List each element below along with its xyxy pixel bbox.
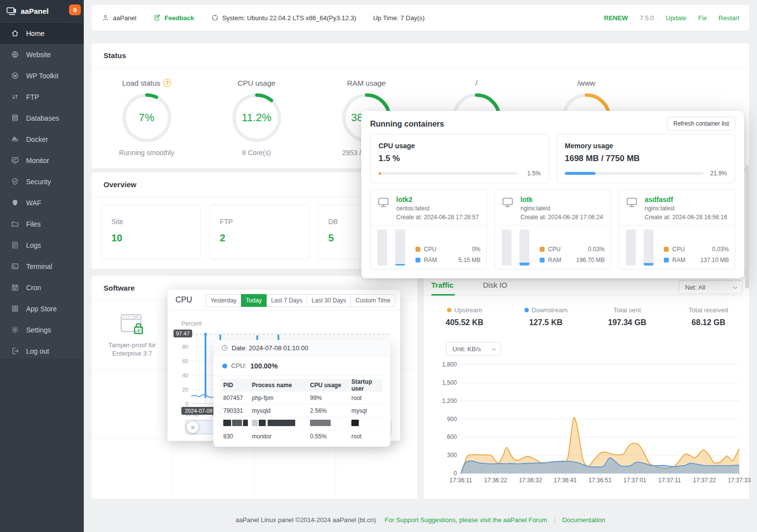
sidebar-item-monitor[interactable]: Monitor <box>0 150 84 171</box>
container-ram-value: 196.70 MB <box>576 257 605 264</box>
feedback-link[interactable]: Feedback <box>153 14 194 22</box>
unit-select[interactable]: Unit: KB/s <box>446 342 501 356</box>
footer-copyright: aaPanel Linux panel ©2014-2024 aaPanel (… <box>236 516 376 524</box>
container-card-asdfasdf[interactable]: asdfasdfnginx:latestCreate at: 2024-06-2… <box>619 190 735 269</box>
process-table-col-header: Process name <box>252 382 310 389</box>
help-icon[interactable]: ? <box>163 79 171 87</box>
update-link[interactable]: Update <box>666 14 687 22</box>
sidebar-item-label: Terminal <box>26 263 52 270</box>
container-cpu-legend-label: CPU <box>548 246 560 253</box>
sidebar-item-website[interactable]: Website <box>0 44 84 65</box>
tab-traffic[interactable]: Traffic <box>431 281 453 289</box>
software-item-tamper-proof[interactable]: Tamper-proof for Enterprise 3.7 <box>92 301 173 370</box>
svg-text:17:36:22: 17:36:22 <box>484 477 507 484</box>
container-cpu-legend-label: CPU <box>424 246 436 253</box>
aapanel-dashboard: aaPanel 0 HomeWebsiteWP ToolkitFTPDataba… <box>0 0 757 532</box>
sidebar-item-app-store[interactable]: App Store <box>0 298 84 319</box>
container-card-lotk2[interactable]: lotk2centos:latestCreate at: 2024-06-28 … <box>370 190 487 269</box>
running-containers-modal: Running containers Refresh container lis… <box>361 111 744 278</box>
containers-list: lotk2centos:latestCreate at: 2024-06-28 … <box>370 190 735 269</box>
sidebar-item-label: Website <box>26 51 51 59</box>
tamper-proof-icon <box>120 313 144 336</box>
container-image: nginx:latest <box>645 205 729 212</box>
account-label: aaPanel <box>113 14 137 22</box>
sidebar-item-home[interactable]: Home <box>0 23 84 44</box>
traffic-stat-total-sent: Total sent197.34 GB <box>586 306 668 327</box>
sidebar-item-security[interactable]: Security <box>0 171 84 192</box>
fix-link[interactable]: Fix <box>698 14 707 22</box>
container-card-lotk[interactable]: lotknginx:latestCreate at: 2024-06-28 17… <box>494 190 611 269</box>
sidebar-item-docker[interactable]: Docker <box>0 129 84 150</box>
active-tab-indicator <box>431 294 455 296</box>
svg-text:17:37:22: 17:37:22 <box>693 477 716 484</box>
software-item-label: Tamper-proof for Enterprise 3.7 <box>100 341 164 358</box>
version-label: 7.5.0 <box>640 14 654 22</box>
sidebar-item-label: Logs <box>26 241 41 249</box>
overview-card-value: 10 <box>111 233 200 244</box>
clock-icon <box>221 344 228 351</box>
containers-cpu-card: CPU usage 1.5 % 1.5% <box>370 134 549 183</box>
sidebar-item-waf[interactable]: WAF <box>0 192 84 213</box>
sidebar: aaPanel 0 HomeWebsiteWP ToolkitFTPDataba… <box>0 0 84 532</box>
sidebar-item-log-out[interactable]: Log out <box>0 340 84 362</box>
sidebar-item-logs[interactable]: Logs <box>0 234 84 256</box>
sidebar-item-files[interactable]: Files <box>0 213 84 234</box>
range-button-today[interactable]: Today <box>241 294 267 307</box>
sidebar-item-databases[interactable]: Databases <box>0 107 84 129</box>
datazoom-left-handle[interactable]: ≡ <box>186 421 199 433</box>
sidebar-item-cron[interactable]: Cron <box>0 277 84 298</box>
traffic-header: Traffic Disk IO Net: All <box>424 276 749 296</box>
sidebar-item-label: App Store <box>26 305 57 313</box>
uptime-label: Up Time: 7 Day(s) <box>373 14 425 22</box>
container-ram-value: 5.15 MB <box>458 257 481 264</box>
overview-card-ftp[interactable]: FTP2 <box>209 204 309 260</box>
container-cpu-value: 0.03% <box>588 246 605 253</box>
account-menu[interactable]: aaPanel <box>102 14 137 22</box>
sidebar-item-terminal[interactable]: Terminal <box>0 256 84 277</box>
chevron-down-icon <box>733 286 738 289</box>
brand-row[interactable]: aaPanel 0 <box>0 0 84 22</box>
range-button-last-30-days[interactable]: Last 30 Days <box>307 294 351 307</box>
overview-card-site[interactable]: Site10 <box>101 204 201 260</box>
svg-text:1,800: 1,800 <box>442 361 457 368</box>
traffic-stat-upstream: Upstream405.52 KB <box>424 306 505 327</box>
scrollbar-thumb[interactable] <box>745 165 749 288</box>
sidebar-item-label: FTP <box>26 93 39 101</box>
gauge-value: 7% <box>120 91 174 145</box>
process-table-col-header: CPU usage <box>310 382 351 389</box>
renew-link[interactable]: RENEW <box>604 14 628 22</box>
range-button-custom-time[interactable]: Custom Time <box>350 294 395 307</box>
process-cell: 99% <box>310 395 351 401</box>
traffic-chart: 03006009001,2001,5001,80017:36:1117:36:2… <box>434 360 749 483</box>
container-cpu-bar <box>378 230 387 266</box>
svg-text:17:37:01: 17:37:01 <box>623 477 647 484</box>
traffic-section: Traffic Disk IO Net: All Upstream405.52 … <box>424 276 749 499</box>
stat-label: Total sent <box>614 306 641 314</box>
sidebar-item-wp-toolkit[interactable]: WP Toolkit <box>0 65 84 86</box>
range-button-yesterday[interactable]: Yesterday <box>206 294 241 307</box>
process-cell: root <box>351 395 378 401</box>
footer-docs-link[interactable]: Documentation <box>562 516 605 524</box>
tooltip-date-row: Date: 2024-07-08 01:10:00 <box>213 340 390 356</box>
svg-text:17:37:11: 17:37:11 <box>658 477 681 484</box>
container-monitor-icon <box>625 197 638 208</box>
sidebar-item-settings[interactable]: Settings <box>0 319 84 340</box>
svg-text:40: 40 <box>182 372 188 378</box>
ftp-icon <box>11 93 19 101</box>
sidebar-item-label: Home <box>26 30 44 37</box>
net-select[interactable]: Net: All <box>679 280 743 294</box>
tab-disk-io[interactable]: Disk IO <box>483 281 507 289</box>
footer-forum-link[interactable]: For Support Suggestions, please visit th… <box>384 516 547 524</box>
process-cell: mysql <box>351 407 378 414</box>
container-cpu-value: 0.03% <box>712 246 729 253</box>
sidebar-item-ftp[interactable]: FTP <box>0 86 84 107</box>
container-cpu-bar <box>502 230 512 266</box>
restart-link[interactable]: Restart <box>719 14 739 22</box>
traffic-stat-total-received: Total received68.12 GB <box>668 306 749 327</box>
refresh-container-list-button[interactable]: Refresh container list <box>667 117 735 131</box>
tooltip-series-value: 100.00% <box>250 362 277 370</box>
notification-badge[interactable]: 0 <box>69 4 81 15</box>
range-button-last-7-days[interactable]: Last 7 Days <box>266 294 307 307</box>
website-icon <box>11 50 19 59</box>
container-name: asdfasdf <box>645 196 729 203</box>
